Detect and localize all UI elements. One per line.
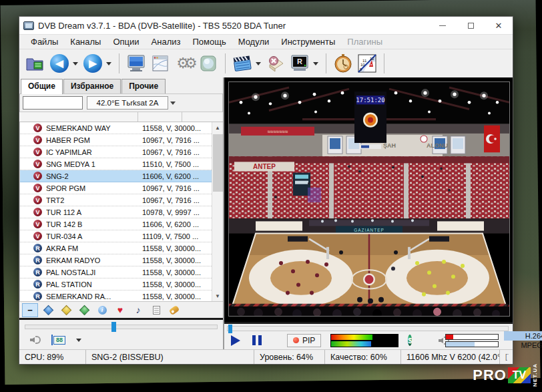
tab-others[interactable]: Прочие bbox=[121, 79, 166, 93]
record-movie-button[interactable] bbox=[231, 52, 254, 75]
close-button[interactable]: ✕ bbox=[485, 17, 513, 34]
channel-row[interactable]: VHABER PGM10967, V, 7916 ... bbox=[20, 134, 212, 146]
status-extra: [˙ bbox=[500, 350, 513, 364]
menu-options[interactable]: Опции bbox=[107, 35, 145, 48]
channel-info: 11558, V, 30000... bbox=[142, 124, 212, 132]
scroll-down-icon[interactable]: ▼ bbox=[212, 290, 223, 301]
previous-channel-dropdown[interactable] bbox=[73, 62, 78, 65]
move-up-button[interactable] bbox=[40, 303, 56, 317]
audio-tracks-button[interactable]: ♪ bbox=[130, 303, 146, 317]
record-monitor-dropdown[interactable] bbox=[313, 62, 318, 65]
video-window-button[interactable] bbox=[125, 52, 148, 75]
favorites-button[interactable]: ♥ bbox=[112, 303, 128, 317]
column-info[interactable] bbox=[138, 112, 182, 122]
video-display[interactable]: ≈≈≈≈≈≈≈ ŞAH ALONU bbox=[228, 81, 510, 317]
stopwatch-button[interactable] bbox=[332, 52, 354, 75]
arena-clock: 17:51:20 bbox=[356, 97, 384, 104]
channel-row[interactable]: RPAL NOSTALJI11558, V, 30000... bbox=[20, 266, 212, 278]
record-movie-dropdown[interactable] bbox=[256, 62, 261, 65]
satellite-dropdown-button[interactable] bbox=[168, 96, 179, 110]
satellite-select[interactable]: 42.0°E Tьrksat 2A bbox=[87, 96, 168, 110]
status-frequency: 11606 Mhz V 6200 (42.0° E) bbox=[401, 350, 500, 364]
delete-button[interactable] bbox=[264, 52, 287, 75]
buffer-bar-bottom bbox=[445, 341, 499, 347]
channel-info: 10967, V, 7916 ... bbox=[142, 148, 212, 156]
mute-button[interactable] bbox=[30, 335, 42, 345]
svg-text:10: 10 bbox=[360, 63, 365, 67]
scheduler-button[interactable]: 12 11 10 9 bbox=[356, 52, 378, 75]
scrollbar-thumb[interactable] bbox=[213, 134, 223, 192]
buffer-bars bbox=[445, 334, 499, 347]
pause-button[interactable] bbox=[252, 335, 262, 345]
channel-row[interactable]: VSPOR PGM10967, V, 7916 ... bbox=[20, 182, 212, 194]
tv-channel-icon: V bbox=[33, 208, 42, 216]
arena-left-sign: ANTEP bbox=[253, 163, 276, 170]
channel-info-button[interactable]: i bbox=[94, 303, 110, 317]
channel-name: PAL NOSTALJI bbox=[46, 268, 142, 276]
channel-scan-button[interactable] bbox=[197, 52, 220, 75]
channel-search-input[interactable] bbox=[23, 96, 83, 110]
channel-row-selected[interactable]: VSNG-211606, V, 6200 ... bbox=[20, 170, 212, 182]
maximize-button[interactable] bbox=[457, 17, 485, 34]
tab-favorites[interactable]: Избранное bbox=[63, 79, 121, 93]
channel-row[interactable]: VSEMERKAND WAY11558, V, 30000... bbox=[20, 122, 212, 134]
menu-analysis[interactable]: Анализ bbox=[146, 35, 187, 48]
channel-row[interactable]: RPAL STATION11558, V, 30000... bbox=[20, 278, 212, 290]
column-extra[interactable] bbox=[182, 112, 223, 122]
speaker-cone bbox=[439, 338, 443, 343]
cas-key-button[interactable] bbox=[166, 303, 182, 317]
channel-row[interactable]: RAKRA FM11558, V, 30000... bbox=[20, 242, 212, 254]
list-column-header[interactable] bbox=[19, 112, 223, 122]
scroll-up-icon[interactable]: ▲ bbox=[212, 122, 223, 133]
playback-seekbar[interactable] bbox=[227, 326, 509, 331]
epg-window-button[interactable] bbox=[149, 52, 172, 75]
minimize-button[interactable] bbox=[429, 17, 457, 34]
menu-tools[interactable]: Инструменты bbox=[275, 35, 341, 48]
remove-channel-button[interactable]: − bbox=[22, 303, 38, 317]
title-bar[interactable]: DVB Dream v3.7.1 - BDA (DVB-Satellite) -… bbox=[19, 17, 513, 34]
next-channel-button[interactable]: ▶ bbox=[81, 52, 104, 75]
play-button[interactable] bbox=[231, 335, 240, 346]
eraser-delete-icon bbox=[266, 54, 286, 73]
menu-help[interactable]: Помощь bbox=[186, 35, 232, 48]
menu-channels[interactable]: Каналы bbox=[64, 35, 107, 48]
previous-channel-button[interactable]: ◀ bbox=[48, 52, 71, 75]
scorer-table-text: GAZIANTEP bbox=[354, 228, 384, 232]
settings-button[interactable]: ⚙⚙ bbox=[173, 52, 196, 75]
info-icon: i bbox=[98, 306, 107, 315]
menu-files[interactable]: Файлы bbox=[25, 35, 64, 48]
menu-modules[interactable]: Модули bbox=[232, 35, 276, 48]
player-dock: PIP $ H.264 M bbox=[224, 322, 513, 349]
channel-row[interactable]: VTUR-034 A11109, V, 7500 ... bbox=[20, 230, 212, 242]
radio-channel-icon: R bbox=[33, 244, 42, 252]
edit-channel-button[interactable] bbox=[148, 303, 164, 317]
refresh-button[interactable] bbox=[76, 303, 92, 317]
position-slider[interactable] bbox=[25, 325, 218, 329]
channel-row[interactable]: VTUR 112 A10978, V, 9997 ... bbox=[20, 206, 212, 218]
next-channel-dropdown[interactable] bbox=[106, 62, 111, 65]
channel-row[interactable]: VIC YAPIMLAR10967, V, 7916 ... bbox=[20, 146, 212, 158]
record-monitor-button[interactable]: R bbox=[288, 52, 311, 75]
video-codec-badge: H.264 bbox=[504, 331, 542, 341]
radio-channel-icon: R bbox=[33, 256, 42, 264]
sort-button[interactable] bbox=[58, 303, 74, 317]
list-scrollbar[interactable]: ▲ ▼ bbox=[212, 122, 223, 301]
osd-dropdown[interactable] bbox=[76, 339, 81, 342]
monitor-icon bbox=[126, 54, 146, 73]
pip-button[interactable]: PIP bbox=[287, 334, 321, 347]
speaker-wave bbox=[35, 336, 41, 344]
column-name[interactable] bbox=[19, 112, 138, 122]
osd-display-button[interactable]: 88 bbox=[51, 335, 65, 345]
channel-list-folder-button[interactable] bbox=[24, 52, 47, 75]
clapperboard-icon bbox=[232, 54, 253, 73]
channel-row[interactable]: RERKAM RADYO11558, V, 30000... bbox=[20, 254, 212, 266]
tab-general[interactable]: Общие bbox=[21, 79, 63, 94]
position-slider-thumb[interactable] bbox=[111, 322, 116, 332]
channel-row[interactable]: VTUR 142 B11606, V, 6200 ... bbox=[20, 218, 212, 230]
channel-row[interactable]: VSNG MEDYA 111510, V, 7500 ... bbox=[20, 158, 212, 170]
channel-row[interactable]: RSEMERKAND RA...11558, V, 30000... bbox=[20, 290, 212, 301]
channel-row[interactable]: VTRT210967, V, 7916 ... bbox=[20, 194, 212, 206]
tv-channel-icon: V bbox=[33, 232, 42, 240]
record-dot-icon bbox=[293, 337, 299, 343]
main-toolbar: ◀ ▶ ⚙⚙ bbox=[19, 49, 513, 77]
